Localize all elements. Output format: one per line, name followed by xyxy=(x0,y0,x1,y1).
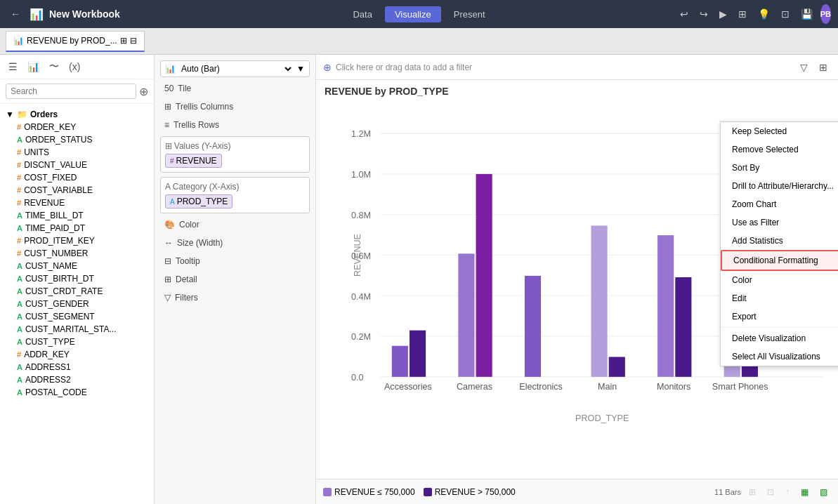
play-button[interactable]: ▶ xyxy=(716,6,731,22)
trellis-columns-label: Trellis Columns xyxy=(176,102,233,112)
search-input[interactable] xyxy=(6,84,136,99)
sidebar-layers-icon[interactable]: ☰ xyxy=(6,59,20,74)
context-use-as-filter[interactable]: Use as Filter xyxy=(721,213,838,232)
field-TIME_PAID_DT[interactable]: ATIME_PAID_DT xyxy=(0,222,154,234)
tooltip-row[interactable]: ⊟ Tooltip xyxy=(160,254,310,268)
legend-item-high: REVENUE > 750,000 xyxy=(424,487,516,497)
undo-button[interactable]: ↩ xyxy=(676,6,692,22)
field-ADDR_KEY[interactable]: #ADDR_KEY xyxy=(0,348,154,361)
field-DISCNT_VALUE[interactable]: #DISCNT_VALUE xyxy=(0,159,154,171)
chart-config-icon-button[interactable]: ⊞ xyxy=(816,60,831,75)
chart-type-selector[interactable]: 📊 Auto (Bar) ▼ xyxy=(160,60,310,77)
footer-share-button[interactable]: ↑ xyxy=(782,485,793,499)
orders-chevron-icon: ▼ xyxy=(6,110,14,119)
context-sort-by[interactable]: Sort By ▶ xyxy=(721,159,838,177)
bar-cameras-1 xyxy=(458,253,474,376)
orders-group-header[interactable]: ▼ 📁 Orders xyxy=(0,108,154,121)
footer-green1-button[interactable]: ▦ xyxy=(797,485,812,499)
redo-button[interactable]: ↪ xyxy=(696,6,712,22)
sidebar-wave-icon[interactable]: 〜 xyxy=(46,59,62,74)
field-PROD_ITEM_KEY[interactable]: #PROD_ITEM_KEY xyxy=(0,234,154,247)
values-axis-icon: ⊞ xyxy=(165,141,172,151)
tile-label: Tile xyxy=(178,84,191,93)
user-avatar[interactable]: PB xyxy=(820,4,831,24)
nav-present[interactable]: Present xyxy=(444,6,495,22)
trellis-rows-row[interactable]: ≡ Trellis Rows xyxy=(160,118,310,132)
context-drill-to[interactable]: Drill to Attribute/Hierarchy... xyxy=(721,177,838,195)
field-CUST_NAME[interactable]: ACUST_NAME xyxy=(0,260,154,272)
color-label: Color xyxy=(179,220,199,230)
svg-text:0.8M: 0.8M xyxy=(351,211,371,220)
context-edit[interactable]: Edit ▶ xyxy=(721,289,838,307)
sidebar-icon-row: ☰ 📊 〜 (x) xyxy=(0,55,154,79)
color-row[interactable]: 🎨 Color xyxy=(160,218,310,232)
svg-text:Monitors: Monitors xyxy=(657,382,690,392)
top-bar: ← 📊 New Workbook Data Visualize Present … xyxy=(0,0,838,28)
field-ADDRESS1[interactable]: AADDRESS1 xyxy=(0,361,154,373)
bar-accessories-1 xyxy=(392,346,408,377)
size-row[interactable]: ↔ Size (Width) xyxy=(160,236,310,250)
sidebar-formula-icon[interactable]: (x) xyxy=(66,59,83,74)
context-delete-visualization[interactable]: Delete Visualization xyxy=(721,329,838,347)
bar-accessories-2 xyxy=(410,331,426,377)
grid-button[interactable]: ⊞ xyxy=(735,6,750,22)
chart-tab-label: REVENUE by PROD_... xyxy=(27,36,117,46)
field-REVENUE[interactable]: #REVENUE xyxy=(0,197,154,209)
tile-row[interactable]: 50 Tile xyxy=(160,81,310,95)
svg-text:1.2M: 1.2M xyxy=(351,129,371,139)
size-icon: ↔ xyxy=(164,238,173,248)
filters-row[interactable]: ▽ Filters xyxy=(160,291,310,305)
back-button[interactable]: ← xyxy=(7,6,24,22)
field-CUST_TYPE[interactable]: ACUST_TYPE xyxy=(0,336,154,348)
field-ORDER_STATUS[interactable]: AORDER_STATUS xyxy=(0,133,154,146)
field-TIME_BILL_DT[interactable]: ATIME_BILL_DT xyxy=(0,209,154,222)
nav-data[interactable]: Data xyxy=(343,6,381,22)
middle-panel: 📊 Auto (Bar) ▼ 50 Tile ⊞ Trellis Columns… xyxy=(155,55,316,504)
field-CUST_SEGMENT[interactable]: ACUST_SEGMENT xyxy=(0,310,154,323)
field-COST_FIXED[interactable]: #COST_FIXED xyxy=(0,171,154,184)
context-export[interactable]: Export ▶ xyxy=(721,307,838,326)
field-COST_VARIABLE[interactable]: #COST_VARIABLE xyxy=(0,184,154,197)
field-ORDER_KEY[interactable]: #ORDER_KEY xyxy=(0,121,154,133)
context-add-statistics[interactable]: Add Statistics ▶ xyxy=(721,232,838,250)
footer-export-button[interactable]: ⊡ xyxy=(764,485,778,499)
sidebar-chart-icon[interactable]: 📊 xyxy=(25,59,42,74)
detail-row[interactable]: ⊞ Detail xyxy=(160,272,310,286)
svg-text:0.0: 0.0 xyxy=(351,373,364,383)
revenue-pill[interactable]: # REVENUE xyxy=(165,154,222,168)
filters-label: Filters xyxy=(175,293,198,303)
prod-type-pill[interactable]: A PROD_TYPE xyxy=(165,194,233,208)
lightbulb-button[interactable]: 💡 xyxy=(754,6,773,22)
context-keep-selected[interactable]: Keep Selected xyxy=(721,122,838,140)
field-CUST_BIRTH_DT[interactable]: ACUST_BIRTH_DT xyxy=(0,272,154,285)
footer-grid-button[interactable]: ⊞ xyxy=(745,485,759,499)
nav-visualize[interactable]: Visualize xyxy=(385,6,441,22)
chart-tab[interactable]: 📊 REVENUE by PROD_... ⊞ ⊟ xyxy=(6,31,145,52)
context-zoom-chart[interactable]: Zoom Chart xyxy=(721,195,838,213)
footer-green2-button[interactable]: ▧ xyxy=(816,485,831,499)
filter-placeholder[interactable]: Click here or drag data to add a filter xyxy=(336,62,472,72)
trellis-columns-row[interactable]: ⊞ Trellis Columns xyxy=(160,100,310,114)
field-CUST_MARITAL_STA[interactable]: ACUST_MARITAL_STA... xyxy=(0,323,154,336)
field-UNITS[interactable]: #UNITS xyxy=(0,146,154,159)
field-CUST_NUMBER[interactable]: #CUST_NUMBER xyxy=(0,247,154,260)
field-POSTAL_CODE[interactable]: APOSTAL_CODE xyxy=(0,386,154,399)
field-CUST_CRDT_RATE[interactable]: ACUST_CRDT_RATE xyxy=(0,285,154,298)
values-axis-section: ⊞ Values (Y-Axis) # REVENUE xyxy=(160,136,310,173)
category-axis-label: A Category (X-Axis) xyxy=(165,182,305,192)
context-remove-selected[interactable]: Remove Selected xyxy=(721,140,838,159)
context-conditional-formatting[interactable]: Conditional Formatting ▶ xyxy=(721,250,838,271)
field-ADDRESS2[interactable]: AADDRESS2 xyxy=(0,373,154,386)
field-tree: ▼ 📁 Orders #ORDER_KEY AORDER_STATUS #UNI… xyxy=(0,104,154,504)
filter-icon-button[interactable]: ▽ xyxy=(797,60,811,75)
context-select-all[interactable]: Select All Visualizations xyxy=(721,347,838,366)
save-button[interactable]: 💾 xyxy=(797,6,816,22)
svg-text:REVENUE: REVENUE xyxy=(353,234,362,277)
chart-type-icon: 📊 xyxy=(165,64,176,74)
context-color[interactable]: Color ▶ xyxy=(721,271,838,289)
add-field-button[interactable]: ⊕ xyxy=(139,85,148,98)
field-CUST_GENDER[interactable]: ACUST_GENDER xyxy=(0,298,154,310)
trellis-columns-icon: ⊞ xyxy=(164,102,171,112)
layout-button[interactable]: ⊡ xyxy=(778,6,793,22)
chart-type-dropdown[interactable]: Auto (Bar) xyxy=(178,63,294,74)
